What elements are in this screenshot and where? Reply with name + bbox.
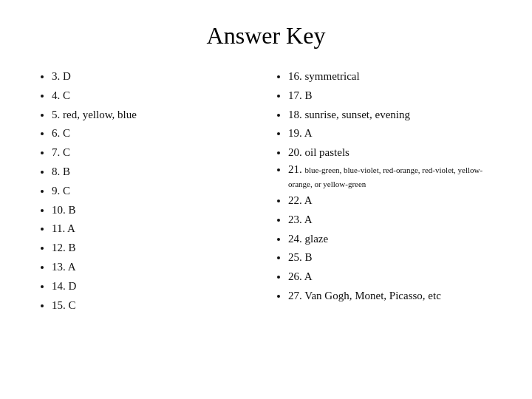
list-item: 13. A (52, 258, 259, 277)
list-item: 16. symmetrical (288, 67, 495, 86)
list-item: 7. C (52, 143, 259, 163)
list-item: 10. B (52, 201, 259, 220)
list-item: 25. B (288, 248, 495, 267)
list-item: 3. D (52, 67, 259, 86)
list-item: 23. A (288, 211, 495, 230)
list-item: 12. B (52, 239, 259, 258)
page-title: Answer Key (37, 22, 495, 50)
answer-columns: 3. D4. C5. red, yellow, blue6. C7. C8. B… (37, 67, 495, 377)
list-item: 6. C (52, 124, 259, 143)
left-column: 3. D4. C5. red, yellow, blue6. C7. C8. B… (37, 67, 259, 377)
list-item: 18. sunrise, sunset, evening (288, 106, 495, 125)
right-column: 16. symmetrical17. B18. sunrise, sunset,… (273, 67, 495, 377)
list-item: 19. A (288, 124, 495, 143)
list-item: 27. Van Gogh, Monet, Picasso, etc (288, 287, 495, 306)
right-list: 16. symmetrical17. B18. sunrise, sunset,… (273, 67, 495, 306)
list-item: 22. A (288, 191, 495, 211)
list-item: 9. C (52, 182, 259, 201)
left-list: 3. D4. C5. red, yellow, blue6. C7. C8. B… (37, 67, 259, 315)
list-item: 8. B (52, 163, 259, 182)
list-item: 20. oil pastels (288, 143, 495, 163)
list-item: 11. A (52, 219, 259, 239)
list-item: 26. A (288, 267, 495, 287)
list-item: 15. C (52, 296, 259, 316)
list-item: 5. red, yellow, blue (52, 106, 259, 125)
page: Answer Key 3. D4. C5. red, yellow, blue6… (0, 0, 532, 399)
list-item: 21. blue-green, blue-violet, red-orange,… (288, 163, 495, 191)
list-item: 4. C (52, 86, 259, 106)
list-item: 24. glaze (288, 230, 495, 249)
list-item: 17. B (288, 86, 495, 106)
list-item: 14. D (52, 277, 259, 296)
